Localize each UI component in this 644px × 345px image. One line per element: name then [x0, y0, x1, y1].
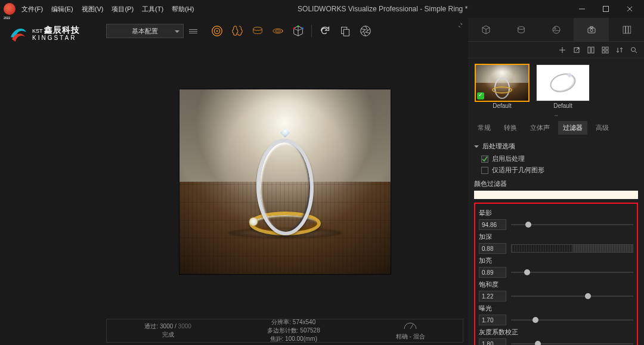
render-viewport[interactable] [101, 44, 468, 319]
postprocess-section-header[interactable]: 后处理选项 [474, 139, 638, 153]
vignette-slider[interactable] [511, 220, 633, 229]
tab-scenes-icon[interactable] [538, 18, 574, 41]
svg-point-6 [216, 30, 218, 32]
burn-gradient[interactable] [511, 244, 633, 253]
layout-icon[interactable] [587, 46, 595, 54]
camera-thumb-1[interactable]: Default [475, 64, 529, 109]
camera-thumb-2[interactable]: Default [536, 64, 590, 109]
cube-icon[interactable] [290, 23, 306, 39]
vignette-input[interactable] [479, 219, 506, 230]
menu-tools[interactable]: 工具(T) [142, 5, 163, 14]
color-filter-swatch[interactable] [474, 191, 638, 199]
minimize-button[interactable] [571, 2, 593, 16]
svg-rect-34 [602, 51, 605, 53]
gamma-label: 灰度系数校正 [479, 328, 633, 337]
geometry-only-checkbox[interactable] [481, 167, 488, 174]
svg-rect-25 [628, 26, 631, 33]
focal-value: 100.00(mm) [285, 335, 317, 342]
exposure-slider[interactable] [511, 315, 633, 325]
turntable-icon[interactable] [249, 23, 266, 39]
close-button[interactable] [619, 2, 640, 16]
svg-point-18 [553, 26, 560, 33]
add-icon[interactable] [558, 46, 566, 54]
gamma-input[interactable] [479, 338, 506, 345]
tab-models-icon[interactable] [468, 18, 503, 41]
viewport-toolbar: 基本配置 [101, 18, 468, 44]
focal-label: 焦距: [270, 335, 284, 342]
tab-library-icon[interactable] [609, 18, 644, 41]
passes-label: 通过: [144, 323, 158, 330]
svg-line-16 [410, 324, 413, 329]
svg-point-10 [298, 25, 299, 27]
export-icon[interactable] [572, 46, 581, 54]
enable-postprocess-checkbox[interactable] [481, 156, 488, 163]
tab-appearances-icon[interactable] [503, 18, 538, 41]
resolution-value: 574x540 [293, 319, 315, 325]
saturation-input[interactable] [479, 291, 506, 302]
color-filter-label: 颜色过滤器 [474, 176, 638, 191]
polycount-label: 多边形计数: [267, 327, 299, 334]
exposure-input[interactable] [479, 315, 506, 325]
sort-icon[interactable] [615, 46, 624, 54]
menu-view[interactable]: 视图(V) [82, 5, 104, 14]
svg-rect-30 [588, 47, 590, 53]
svg-rect-23 [623, 26, 626, 33]
maximize-button[interactable] [595, 2, 617, 16]
subtab-general[interactable]: 常规 [473, 121, 496, 135]
thumb1-label: Default [475, 102, 529, 109]
svg-point-7 [253, 27, 262, 31]
accuracy-label: 精确 - 混合 [396, 332, 425, 341]
polycount-value: 507528 [300, 327, 320, 334]
thumb-scroll-handle[interactable]: •• [468, 113, 644, 119]
subtab-filters[interactable]: 过滤器 [558, 121, 587, 135]
configuration-dropdown-label: 基本配置 [132, 27, 158, 36]
svg-rect-22 [590, 26, 593, 27]
saturation-slider[interactable] [511, 291, 633, 301]
svg-point-21 [590, 29, 593, 32]
menu-project[interactable]: 项目(P) [112, 5, 134, 14]
menu-help[interactable]: 帮助(H) [172, 5, 194, 14]
svg-rect-35 [606, 51, 608, 53]
render-preview-image [179, 89, 391, 274]
burn-input[interactable] [479, 243, 506, 254]
configuration-dropdown[interactable]: 基本配置 [106, 24, 184, 38]
svg-point-12 [302, 27, 304, 29]
subtab-advanced[interactable]: 高级 [591, 121, 614, 135]
status-bar: 通过: 3000 / 3000 完成 分辨率: 574x540 多边形计数: 5… [106, 319, 463, 343]
menu-edit[interactable]: 编辑(E) [51, 5, 73, 14]
tab-cameras-icon[interactable] [574, 18, 609, 41]
postprocess-section-title: 后处理选项 [482, 142, 515, 151]
menu-file[interactable]: 文件(F) [21, 5, 43, 14]
copy-icon[interactable] [337, 23, 354, 39]
resolution-label: 分辨率: [271, 319, 291, 325]
svg-point-19 [554, 27, 556, 29]
subtab-transform[interactable]: 转换 [499, 121, 522, 135]
list-icon[interactable] [187, 25, 199, 37]
refresh-icon[interactable] [317, 23, 333, 39]
gamma-slider[interactable] [511, 339, 633, 345]
dodge-slider[interactable] [511, 268, 633, 277]
svg-rect-32 [602, 47, 605, 49]
thumb2-label: Default [536, 102, 590, 109]
exposure-label: 曝光 [479, 304, 633, 313]
svg-rect-1 [603, 7, 609, 12]
search-icon[interactable] [630, 46, 638, 54]
ring-rotate-icon[interactable] [270, 23, 286, 39]
subtab-stereo[interactable]: 立体声 [525, 121, 555, 135]
brain-icon[interactable] [229, 23, 246, 39]
window-title: SOLIDWORKS Visualize Professional - Simp… [194, 5, 571, 13]
aperture-icon[interactable] [357, 23, 374, 39]
dodge-input[interactable] [479, 267, 506, 278]
target-icon[interactable] [209, 23, 225, 39]
check-icon [477, 92, 484, 100]
right-panel: Default Default •• 常规 转换 立体声 过滤器 高级 后处理选… [468, 18, 644, 345]
enable-postprocess-label: 启用后处理 [492, 154, 525, 163]
svg-line-29 [576, 48, 579, 51]
passes-total: 3000 [178, 323, 191, 330]
saturation-label: 饱和度 [479, 280, 633, 289]
pin-icon[interactable] [456, 21, 463, 30]
gauge-icon [403, 321, 417, 332]
passes-current: 3000 [160, 323, 173, 330]
svg-rect-14 [343, 29, 349, 36]
grid-icon[interactable] [601, 46, 609, 54]
